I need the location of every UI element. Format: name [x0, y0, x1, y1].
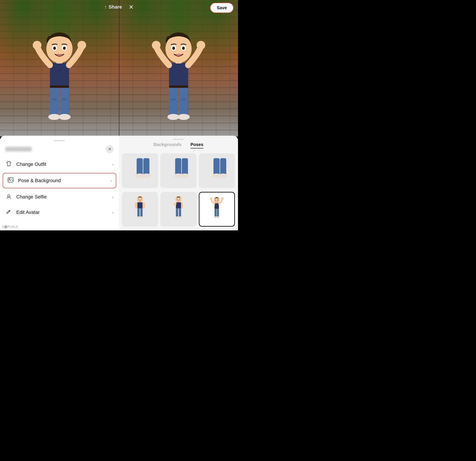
share-button[interactable]: ↑ Share [104, 4, 122, 10]
watermark-text: A⬤PUALS [2, 225, 18, 228]
svg-point-14 [59, 114, 70, 120]
top-bar: ↑ Share ✕ Save [0, 0, 238, 14]
svg-rect-67 [176, 202, 176, 205]
drag-handle-right [173, 139, 184, 140]
left-menu: ✕ Change Outfit › [0, 136, 119, 230]
pose-background-label: Pose & Background [18, 178, 61, 183]
change-outfit-label: Change Outfit [16, 161, 46, 167]
edit-avatar-label: Edit Avatar [16, 209, 40, 215]
svg-rect-26 [179, 86, 188, 116]
pose-card-5[interactable] [160, 192, 196, 227]
selfie-icon [5, 193, 12, 201]
change-selfie-chevron: › [112, 194, 114, 200]
right-panel: Backgrounds Poses [119, 136, 238, 230]
svg-rect-68 [176, 208, 178, 217]
avatar-panel-left [0, 0, 119, 137]
svg-point-51 [141, 199, 142, 200]
change-selfie-item[interactable]: Change Selfie › [0, 189, 119, 205]
svg-point-24 [182, 46, 185, 50]
edit-icon [5, 209, 12, 216]
poses-grid [119, 151, 238, 230]
svg-rect-36 [143, 158, 150, 175]
share-label: Share [109, 4, 122, 10]
svg-rect-64 [176, 202, 181, 208]
svg-point-13 [48, 114, 60, 120]
svg-point-79 [221, 198, 224, 200]
svg-rect-0 [50, 63, 69, 87]
tab-poses[interactable]: Poses [190, 142, 204, 148]
svg-point-30 [178, 114, 190, 120]
svg-point-76 [218, 200, 218, 201]
svg-point-62 [177, 199, 178, 200]
svg-point-78 [210, 198, 212, 200]
watermark: A⬤PUALS [2, 225, 18, 229]
change-selfie-label: Change Selfie [16, 194, 47, 200]
edit-avatar-chevron: › [112, 210, 114, 215]
svg-point-2 [77, 41, 86, 50]
pose-card-6[interactable] [199, 192, 235, 227]
svg-rect-43 [213, 158, 220, 175]
share-icon: ↑ [104, 4, 107, 10]
avatar-area: ↑ Share ✕ Save [0, 0, 238, 137]
pose-card-2[interactable] [160, 153, 196, 188]
svg-point-63 [179, 199, 180, 200]
drag-handle-left [54, 140, 65, 141]
svg-point-4 [46, 35, 72, 63]
svg-point-46 [219, 174, 228, 178]
svg-rect-56 [140, 208, 143, 217]
svg-rect-53 [135, 202, 137, 208]
svg-point-33 [9, 179, 10, 180]
pose-background-chevron: › [110, 178, 112, 183]
svg-rect-55 [137, 208, 140, 217]
svg-point-50 [138, 199, 139, 200]
svg-point-70 [175, 216, 178, 218]
svg-rect-80 [216, 202, 218, 203]
svg-point-23 [172, 46, 175, 50]
user-row: ✕ [0, 145, 119, 157]
svg-rect-35 [137, 158, 143, 175]
svg-point-38 [142, 174, 151, 178]
svg-point-75 [215, 200, 216, 201]
svg-rect-81 [215, 208, 217, 217]
edit-avatar-item[interactable]: Edit Avatar › [0, 205, 119, 220]
pose-card-3[interactable] [199, 153, 235, 188]
svg-point-57 [137, 216, 140, 218]
svg-point-86 [216, 217, 220, 218]
svg-rect-15 [50, 86, 69, 88]
pose-card-4[interactable] [122, 192, 158, 227]
save-label: Save [217, 5, 227, 10]
svg-rect-69 [179, 208, 181, 217]
svg-rect-83 [215, 212, 216, 212]
tab-backgrounds[interactable]: Backgrounds [153, 142, 182, 148]
change-outfit-chevron: › [112, 162, 114, 167]
svg-point-29 [167, 114, 179, 120]
svg-point-7 [53, 46, 56, 50]
save-button[interactable]: Save [210, 3, 234, 13]
avatar-figure-right [150, 22, 207, 137]
svg-point-17 [152, 41, 161, 50]
user-name [5, 147, 32, 152]
pose-card-1[interactable] [122, 153, 158, 188]
svg-rect-66 [181, 202, 183, 208]
pose-bg-icon [7, 177, 14, 184]
svg-rect-31 [169, 86, 188, 88]
svg-rect-54 [143, 202, 145, 208]
menu-close-button[interactable]: ✕ [106, 145, 114, 153]
svg-rect-84 [218, 212, 219, 212]
change-outfit-item[interactable]: Change Outfit › [0, 157, 119, 172]
svg-rect-65 [173, 203, 176, 205]
svg-rect-27 [171, 98, 176, 101]
svg-point-42 [180, 174, 189, 178]
outfit-icon [5, 161, 12, 168]
close-button[interactable]: ✕ [128, 4, 134, 11]
svg-point-18 [197, 41, 205, 50]
svg-point-1 [33, 41, 41, 50]
svg-point-8 [63, 46, 66, 50]
svg-rect-9 [50, 86, 59, 116]
svg-rect-12 [62, 98, 67, 101]
svg-rect-44 [220, 158, 226, 175]
svg-point-34 [8, 195, 10, 197]
close-icon: ✕ [128, 4, 134, 11]
svg-rect-25 [169, 86, 178, 116]
pose-background-item[interactable]: Pose & Background › [3, 173, 116, 188]
